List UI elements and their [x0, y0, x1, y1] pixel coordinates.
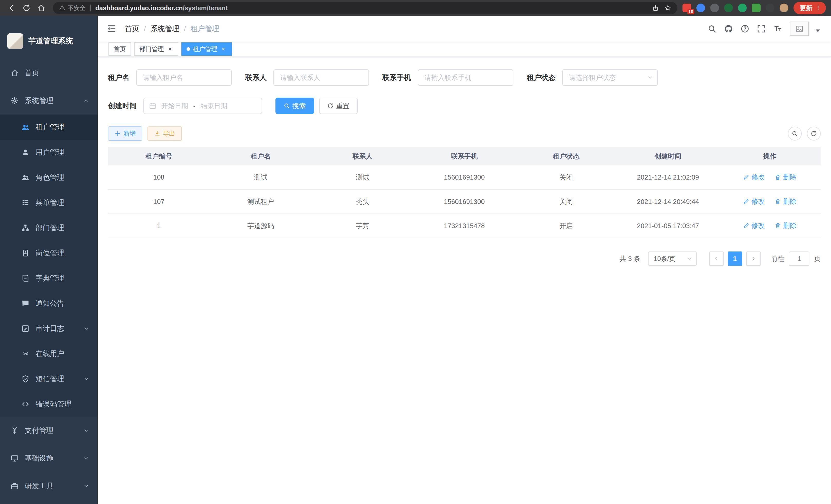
bookmark-star-icon[interactable]: [664, 5, 671, 11]
tags-view-bar: 首页 部门管理 × 租户管理 ×: [98, 41, 831, 57]
sidebar-item-dict[interactable]: 字典管理: [0, 266, 98, 291]
edit-pencil-icon: [743, 223, 749, 229]
sidebar-item-menu[interactable]: 菜单管理: [0, 190, 98, 215]
extensions-area: 10: [683, 4, 789, 12]
sidebar-item-tenant[interactable]: 租户管理: [0, 115, 98, 140]
sidebar-item-error-code[interactable]: 错误码管理: [0, 391, 98, 417]
toolbox-icon: [11, 482, 19, 490]
sidebar-item-infrastructure[interactable]: 基础设施: [0, 444, 98, 472]
search-button[interactable]: 搜索: [276, 98, 314, 114]
close-icon[interactable]: ×: [220, 46, 227, 52]
chevron-down-icon: [83, 427, 89, 434]
tab-tenant[interactable]: 租户管理 ×: [181, 42, 232, 56]
col-created: 创建时间: [617, 147, 719, 166]
col-contact: 联系人: [312, 147, 413, 166]
page-size-value: 10条/页: [654, 255, 676, 263]
navbar-actions: [708, 22, 822, 36]
font-size-icon[interactable]: [773, 24, 782, 33]
sidebar-item-dept[interactable]: 部门管理: [0, 215, 98, 240]
extension-icon-5[interactable]: [738, 4, 747, 12]
warning-icon: [59, 5, 65, 11]
goto-page-input[interactable]: [789, 251, 809, 266]
delete-link[interactable]: 删除: [775, 221, 796, 230]
sidebar-item-audit-log[interactable]: 审计日志: [0, 316, 98, 341]
contact-input[interactable]: [274, 69, 369, 86]
sidebar-item-notice[interactable]: 通知公告: [0, 291, 98, 316]
sidebar-item-system[interactable]: 系统管理: [0, 87, 98, 115]
download-icon: [154, 130, 160, 137]
address-bar[interactable]: 不安全 dashboard.yudao.iocoder.cn/system/te…: [53, 2, 677, 14]
edit-link[interactable]: 修改: [743, 197, 765, 206]
current-page-button[interactable]: 1: [728, 251, 742, 266]
profile-avatar-icon[interactable]: [780, 4, 789, 12]
book-icon: [22, 274, 29, 282]
close-icon[interactable]: ×: [167, 46, 173, 52]
breadcrumb-separator: /: [144, 25, 146, 33]
delete-link[interactable]: 删除: [775, 197, 796, 206]
next-page-button[interactable]: [746, 251, 761, 266]
fullscreen-icon[interactable]: [757, 24, 766, 33]
add-button[interactable]: 新增: [108, 126, 142, 141]
sidebar-item-user[interactable]: 用户管理: [0, 140, 98, 165]
sidebar-item-sms[interactable]: 短信管理: [0, 366, 98, 391]
delete-label: 删除: [783, 221, 796, 230]
cell-tenant-id: 1: [108, 214, 210, 238]
avatar-caret-down-icon[interactable]: [813, 26, 822, 35]
browser-back-button[interactable]: [5, 2, 18, 14]
delete-label: 删除: [783, 197, 796, 206]
sidebar-item-dev-tools[interactable]: 研发工具: [0, 472, 98, 500]
date-range-picker[interactable]: 开始日期 - 结束日期: [143, 98, 262, 114]
share-icon[interactable]: [652, 5, 659, 11]
cell-created: 2021-01-05 17:03:47: [617, 214, 719, 238]
sidebar: 芋道管理系统 首页 系统管理 租户管理 用户管理 角色管理: [0, 16, 98, 504]
user-avatar[interactable]: [790, 22, 809, 36]
contact-label: 联系人: [245, 73, 267, 83]
delete-link[interactable]: 删除: [775, 173, 796, 182]
edit-link[interactable]: 修改: [743, 173, 765, 182]
security-chip[interactable]: 不安全: [59, 4, 86, 12]
edit-link[interactable]: 修改: [743, 221, 765, 230]
sidebar-item-role[interactable]: 角色管理: [0, 165, 98, 190]
browser-home-button[interactable]: [35, 2, 48, 14]
sidebar-item-payment[interactable]: 支付管理: [0, 417, 98, 444]
breadcrumb-item-system[interactable]: 系统管理: [150, 24, 179, 34]
github-icon[interactable]: [724, 24, 733, 33]
col-actions: 操作: [719, 147, 821, 166]
home-icon: [11, 69, 19, 77]
omnibox-divider: [90, 5, 91, 11]
sidebar-item-post[interactable]: 岗位管理: [0, 240, 98, 266]
prev-page-button[interactable]: [709, 251, 724, 266]
tab-home[interactable]: 首页: [109, 42, 131, 56]
extension-icon-4[interactable]: [724, 4, 733, 12]
chevron-right-icon: [750, 256, 756, 262]
reset-button[interactable]: 重置: [319, 98, 358, 114]
tab-dept[interactable]: 部门管理 ×: [134, 42, 178, 56]
sidebar-item-home[interactable]: 首页: [0, 59, 98, 87]
edit-label: 修改: [751, 173, 765, 182]
page-unit-label: 页: [814, 254, 821, 263]
chevron-down-icon: [687, 256, 693, 262]
app-logo-row[interactable]: 芋道管理系统: [0, 16, 98, 59]
search-icon[interactable]: [708, 24, 716, 33]
page-size-select[interactable]: 10条/页: [648, 251, 697, 266]
extension-icon-7[interactable]: [766, 4, 774, 12]
refresh-table-button[interactable]: [807, 127, 821, 141]
question-icon[interactable]: [741, 24, 749, 33]
toggle-search-button[interactable]: [788, 127, 802, 141]
sidebar-collapse-icon[interactable]: [106, 24, 117, 34]
cell-tenant-id: 107: [108, 189, 210, 214]
export-button[interactable]: 导出: [147, 126, 182, 141]
status-select[interactable]: [562, 69, 658, 86]
sidebar-item-label: 字典管理: [35, 273, 89, 283]
sidebar-item-online-user[interactable]: 在线用户: [0, 341, 98, 366]
browser-update-button[interactable]: 更新: [794, 2, 826, 14]
extension-icon-6[interactable]: [752, 4, 761, 12]
extension-icon-1[interactable]: 10: [683, 4, 691, 12]
tenant-name-input[interactable]: [136, 69, 232, 86]
extension-icon-3[interactable]: [710, 4, 719, 12]
breadcrumb-item-home[interactable]: 首页: [125, 24, 139, 34]
phone-input[interactable]: [418, 69, 513, 86]
browser-reload-button[interactable]: [20, 2, 33, 14]
extension-icon-2[interactable]: [696, 4, 705, 12]
gear-icon: [11, 97, 19, 105]
